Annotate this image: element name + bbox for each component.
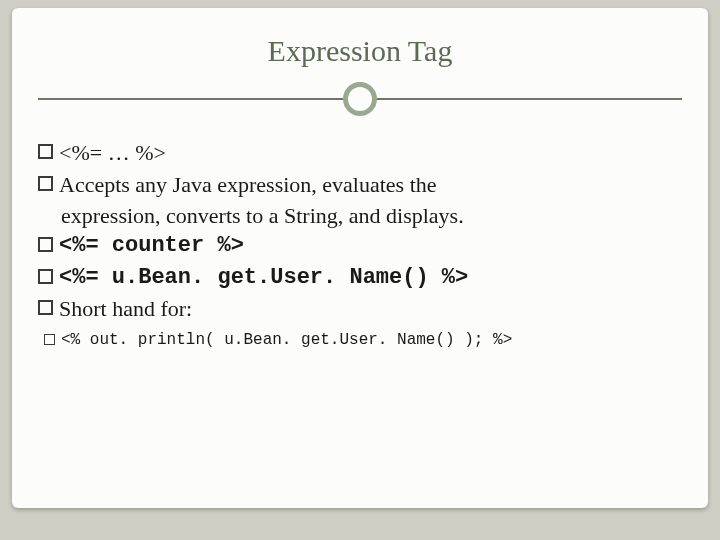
sub-bullet-item: <% out. println( u.Bean. get.User. Name(… [38,330,682,352]
sub-bullet-code: <% out. println( u.Bean. get.User. Name(… [61,330,512,352]
square-bullet-icon [44,334,55,345]
divider-circle-icon [343,82,377,116]
bullet-item: <%= … %> [38,138,682,168]
bullet-item: Accepts any Java expression, evaluates t… [38,170,682,200]
square-bullet-icon [38,176,53,191]
slide-title: Expression Tag [38,34,682,68]
square-bullet-icon [38,144,53,159]
bullet-item: <%= u.Bean. get.User. Name() %> [38,263,682,293]
bullet-text: Short hand for: [59,294,192,324]
bullet-text: Accepts any Java expression, evaluates t… [59,170,437,200]
square-bullet-icon [38,237,53,252]
bullet-item: <%= counter %> [38,231,682,261]
bullet-code: <%= u.Bean. get.User. Name() %> [59,263,468,293]
bullet-code: <%= counter %> [59,231,244,261]
slide-card: Expression Tag <%= … %> Accepts any Java… [12,8,708,508]
square-bullet-icon [38,300,53,315]
slide-content: <%= … %> Accepts any Java expression, ev… [38,138,682,352]
divider [38,80,682,120]
bullet-item: Short hand for: [38,294,682,324]
bullet-text: <%= … %> [59,138,166,168]
bullet-continuation: expression, converts to a String, and di… [38,201,682,231]
square-bullet-icon [38,269,53,284]
